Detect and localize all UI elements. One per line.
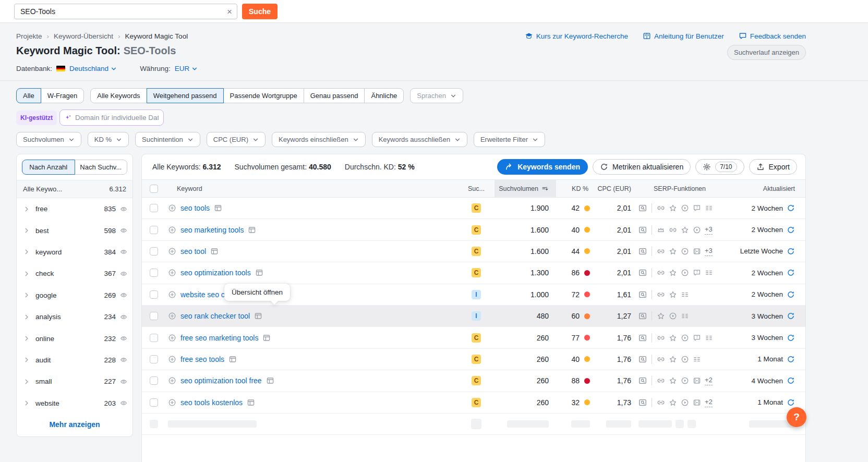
row-checkbox[interactable] <box>150 204 158 212</box>
sidebar-group-item[interactable]: best 598 <box>17 220 132 241</box>
keyword-link[interactable]: seo tools <box>180 204 210 212</box>
refresh-row-icon[interactable] <box>787 312 795 320</box>
add-keyword-icon[interactable] <box>168 376 176 385</box>
refresh-row-icon[interactable] <box>787 247 795 256</box>
chevron-right-icon[interactable] <box>23 378 30 385</box>
sidebar-group-item[interactable]: analysis 234 <box>17 306 132 327</box>
tab-passende-wortgruppe[interactable]: Passende Wortgruppe <box>223 88 304 103</box>
row-checkbox[interactable] <box>150 247 158 256</box>
keyword-link[interactable]: free seo marketing tools <box>180 334 258 342</box>
refresh-row-icon[interactable] <box>787 376 795 385</box>
keyword-link[interactable]: seo marketing tools <box>180 226 244 234</box>
refresh-row-icon[interactable] <box>787 355 795 363</box>
refresh-row-icon[interactable] <box>787 226 795 234</box>
clear-search-icon[interactable]: × <box>227 7 232 16</box>
refresh-row-icon[interactable] <box>787 398 795 407</box>
filter-suchvolumen[interactable]: Suchvolumen <box>16 132 81 147</box>
sidebar-group-item[interactable]: free 835 <box>17 198 132 220</box>
serp-preview-icon[interactable] <box>638 312 647 320</box>
open-overview-icon[interactable] <box>247 398 255 407</box>
add-keyword-icon[interactable] <box>168 204 176 212</box>
help-button[interactable]: ? <box>787 407 806 427</box>
add-keyword-icon[interactable] <box>168 312 176 320</box>
filter-keywords-einschliessen[interactable]: Keywords einschließen <box>272 132 366 147</box>
open-overview-icon[interactable] <box>210 247 219 256</box>
open-overview-icon[interactable] <box>214 204 222 212</box>
chevron-right-icon[interactable] <box>23 205 30 213</box>
add-keyword-icon[interactable] <box>168 290 176 299</box>
serp-preview-icon[interactable] <box>638 355 647 363</box>
tab-weitgehend-passend[interactable]: Weitgehend passend <box>147 88 224 103</box>
sidebar-group-item[interactable]: google 269 <box>17 285 132 306</box>
eye-icon[interactable] <box>120 205 127 213</box>
filter-keywords-ausschliessen[interactable]: Keywords ausschließen <box>372 132 467 147</box>
tab-w-fragen[interactable]: W-Fragen <box>41 88 85 103</box>
filter-cpc[interactable]: CPC (EUR) <box>207 132 266 147</box>
serp-preview-icon[interactable] <box>638 269 647 277</box>
eye-icon[interactable] <box>120 248 127 256</box>
sort-by-volume-tab[interactable]: Nach Suchv... <box>75 160 128 175</box>
filter-erweiterte-filter[interactable]: Erweiterte Filter <box>474 132 545 147</box>
row-checkbox[interactable] <box>150 376 158 385</box>
currency-select[interactable]: EUR <box>175 65 198 72</box>
chevron-right-icon[interactable] <box>23 270 30 277</box>
chevron-right-icon[interactable] <box>23 227 30 234</box>
breadcrumb-keyword-overview[interactable]: Keyword-Übersicht <box>54 32 113 40</box>
metrics-limit-button[interactable]: 7/10 <box>695 159 744 175</box>
filter-kd[interactable]: KD % <box>88 132 129 147</box>
add-keyword-icon[interactable] <box>168 398 176 407</box>
ai-domain-input[interactable] <box>75 114 159 121</box>
chevron-right-icon[interactable] <box>23 291 30 299</box>
chevron-right-icon[interactable] <box>23 399 30 407</box>
sort-by-count-tab[interactable]: Nach Anzahl <box>22 160 75 175</box>
more-serp-features[interactable]: +2 <box>705 376 713 385</box>
feedback-link[interactable]: Feedback senden <box>739 32 806 40</box>
keyword-link[interactable]: seo optimization tool free <box>180 376 262 385</box>
tab-aehnliche[interactable]: Ähnliche <box>364 88 404 103</box>
send-keywords-button[interactable]: Keywords senden <box>497 159 588 175</box>
add-keyword-icon[interactable] <box>168 226 176 234</box>
open-overview-icon[interactable] <box>228 355 237 363</box>
all-keywords-group[interactable]: Alle Keywo... 6.312 <box>17 180 132 198</box>
eye-icon[interactable] <box>120 227 127 234</box>
add-keyword-icon[interactable] <box>168 247 176 256</box>
column-updated[interactable]: Aktualisiert <box>721 180 805 197</box>
keyword-link[interactable]: seo optimization tools <box>180 269 251 277</box>
chevron-right-icon[interactable] <box>23 335 30 342</box>
refresh-row-icon[interactable] <box>787 204 795 212</box>
select-all-checkbox[interactable] <box>150 185 158 193</box>
sidebar-group-item[interactable]: online 232 <box>17 327 132 349</box>
search-history-button[interactable]: Suchverlauf anzeigen <box>727 45 806 60</box>
serp-preview-icon[interactable] <box>638 204 647 212</box>
serp-preview-icon[interactable] <box>638 290 647 299</box>
sidebar-group-item[interactable]: website 203 <box>17 393 132 414</box>
tab-alle-keywords[interactable]: Alle Keywords <box>90 88 147 103</box>
serp-preview-icon[interactable] <box>638 376 647 385</box>
keyword-link[interactable]: seo rank checker tool <box>180 312 250 320</box>
sidebar-group-item[interactable]: keyword 384 <box>17 241 132 263</box>
row-checkbox[interactable] <box>150 355 158 363</box>
open-overview-icon[interactable] <box>255 269 263 277</box>
open-overview-icon[interactable] <box>248 226 256 234</box>
eye-icon[interactable] <box>120 335 127 342</box>
eye-icon[interactable] <box>120 270 127 277</box>
column-cpc[interactable]: CPC (EUR) <box>596 180 638 197</box>
more-serp-features[interactable]: +3 <box>705 225 713 235</box>
sidebar-group-item[interactable]: small 227 <box>17 371 132 392</box>
row-checkbox[interactable] <box>150 226 158 234</box>
eye-icon[interactable] <box>120 356 127 363</box>
row-checkbox[interactable] <box>150 269 158 277</box>
eye-icon[interactable] <box>120 399 127 407</box>
breadcrumb-projects[interactable]: Projekte <box>16 32 42 40</box>
keyword-link[interactable]: seo tool <box>180 247 206 256</box>
update-metrics-button[interactable]: Metriken aktualisieren <box>593 159 691 175</box>
column-intent[interactable]: Suc... <box>458 180 495 197</box>
serp-preview-icon[interactable] <box>638 226 647 234</box>
show-more-link[interactable]: Mehr anzeigen <box>17 414 132 436</box>
manual-link[interactable]: Anleitung für Benutzer <box>643 32 724 40</box>
more-serp-features[interactable]: +2 <box>705 398 713 407</box>
add-keyword-icon[interactable] <box>168 269 176 277</box>
keyword-search-input[interactable] <box>14 4 237 19</box>
add-keyword-icon[interactable] <box>168 355 176 363</box>
filter-suchintention[interactable]: Suchintention <box>135 132 200 147</box>
